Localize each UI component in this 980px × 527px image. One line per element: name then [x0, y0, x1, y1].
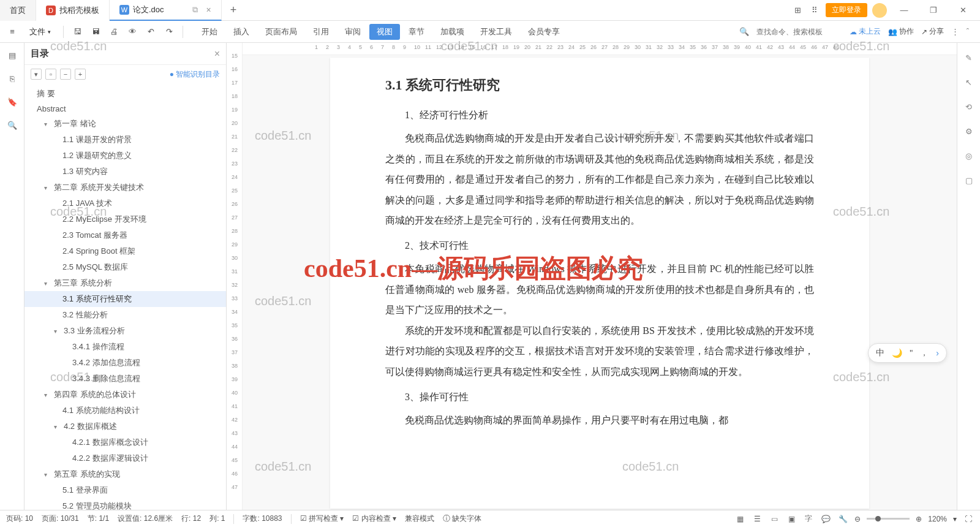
row[interactable]: 行: 12	[181, 514, 201, 524]
save-as-icon[interactable]: 🖬	[88, 25, 103, 39]
link-icon[interactable]: ⟲	[963, 100, 975, 113]
file-menu[interactable]: 文件 ▾	[23, 25, 57, 39]
collab-link[interactable]: 👥 协作	[888, 26, 914, 37]
minus-icon[interactable]: −	[60, 69, 71, 80]
new-tab-button[interactable]: +	[222, 4, 246, 17]
hamburger-icon[interactable]: ≡	[5, 25, 20, 39]
menu-tab-7[interactable]: 加载项	[433, 24, 472, 40]
view-read-icon[interactable]: ▣	[786, 514, 797, 525]
expand-icon[interactable]: ▾	[31, 69, 42, 80]
undo-icon[interactable]: ↶	[143, 25, 158, 39]
ime-lang[interactable]: 中	[876, 347, 884, 358]
outline-item[interactable]: 1.2 课题研究的意义	[24, 148, 226, 164]
words-icon[interactable]: 字	[803, 514, 814, 525]
tab-split-icon[interactable]: ⧉	[192, 5, 198, 15]
outline-item[interactable]: 2.5 MySQL 数据库	[24, 259, 226, 275]
outline-item[interactable]: 2.1 JAVA 技术	[24, 195, 226, 211]
tab-document[interactable]: W 论文.doc ⧉ ×	[110, 0, 222, 21]
page-count[interactable]: 页面: 10/31	[42, 514, 79, 524]
menu-tab-5[interactable]: 视图	[369, 24, 400, 40]
menu-tab-1[interactable]: 插入	[226, 24, 257, 40]
outline-item[interactable]: 3.4.2 添加信息流程	[24, 355, 226, 371]
target-icon[interactable]: ◎	[963, 150, 975, 162]
avatar[interactable]	[872, 3, 887, 18]
chevron-icon[interactable]: ˆ	[967, 27, 969, 36]
col[interactable]: 列: 1	[209, 514, 225, 524]
outline-item[interactable]: ▾第三章 系统分析	[24, 275, 226, 291]
set-value[interactable]: 设置值: 12.6厘米	[118, 514, 173, 524]
spell-check[interactable]: ☑ 拼写检查 ▾	[300, 514, 344, 524]
zoom-out[interactable]: ⊖	[854, 515, 861, 523]
outline-item[interactable]: 4.2.1 数据库概念设计	[24, 434, 226, 450]
close-icon[interactable]: ×	[214, 48, 220, 59]
outline-item[interactable]: ▾第五章 系统的实现	[24, 466, 226, 482]
login-button[interactable]: 立即登录	[826, 3, 867, 17]
menu-tab-4[interactable]: 审阅	[337, 24, 368, 40]
menu-tab-6[interactable]: 章节	[401, 24, 432, 40]
outline-item[interactable]: ▾第二章 系统开发关键技术	[24, 180, 226, 195]
page-number[interactable]: 页码: 10	[6, 514, 33, 524]
outline-item[interactable]: 2.2 MyEclipse 开发环境	[24, 211, 226, 227]
menu-tab-9[interactable]: 会员专享	[521, 24, 567, 40]
search-panel-icon[interactable]: 🔍	[6, 119, 18, 131]
save-icon[interactable]: 🖫	[70, 25, 85, 39]
page-icon[interactable]: ▢	[963, 174, 975, 186]
missing-font[interactable]: ⓘ 缺失字体	[443, 514, 481, 524]
cloud-link[interactable]: ☁ 未上云	[850, 26, 881, 37]
menu-tab-8[interactable]: 开发工具	[473, 24, 519, 40]
tab-home[interactable]: 首页	[0, 0, 36, 21]
outline-item[interactable]: Abstract	[24, 102, 226, 116]
outline-item[interactable]: 5.1 登录界面	[24, 482, 226, 498]
preview-icon[interactable]: 👁	[125, 25, 140, 39]
collapse-all-icon[interactable]: ▫	[45, 69, 56, 80]
outline-item[interactable]: 摘 要	[24, 86, 226, 102]
outline-item[interactable]: ▾第四章 系统的总体设计	[24, 387, 226, 403]
fullscreen-icon[interactable]: ⛶	[963, 514, 974, 525]
maximize-button[interactable]: ❐	[921, 2, 946, 19]
zoom-in[interactable]: ⊕	[916, 515, 922, 523]
comma-icon[interactable]: ，	[920, 347, 929, 358]
outline-item[interactable]: ▾3.3 业务流程分析	[24, 323, 226, 339]
settings-icon[interactable]: ⚙	[963, 125, 975, 137]
outline-item[interactable]: ▾第一章 绪论	[24, 116, 226, 132]
outline-item[interactable]: ▾4.2 数据库概述	[24, 419, 226, 434]
quote-icon[interactable]: "	[910, 348, 913, 358]
bookmark-icon[interactable]: 🔖	[6, 96, 18, 108]
outline-item[interactable]: 4.2.2 数据库逻辑设计	[24, 450, 226, 466]
view-web-icon[interactable]: ▭	[769, 514, 780, 525]
close-icon[interactable]: ×	[206, 5, 211, 15]
outline-item[interactable]: 2.4 Spring Boot 框架	[24, 243, 226, 259]
zoom-slider[interactable]	[867, 518, 910, 520]
wrench-icon[interactable]: 🔧	[837, 514, 848, 525]
more-icon[interactable]: ⋮	[951, 27, 959, 36]
zoom-value[interactable]: 120%	[928, 515, 947, 523]
outline-item[interactable]: 3.4.3 删除信息流程	[24, 371, 226, 387]
menu-tab-2[interactable]: 页面布局	[258, 24, 304, 40]
char-count[interactable]: 字数: 10883	[243, 514, 282, 524]
outline-icon[interactable]: ▤	[6, 49, 18, 61]
comment-icon[interactable]: 💬	[820, 514, 831, 525]
outline-item[interactable]: 3.2 性能分析	[24, 307, 226, 323]
apps-icon[interactable]: ⠿	[809, 4, 821, 17]
nav-icon[interactable]: ⎘	[6, 72, 18, 85]
section[interactable]: 节: 1/1	[88, 514, 109, 524]
outline-item[interactable]: 2.3 Tomcat 服务器	[24, 227, 226, 243]
share-link[interactable]: ↗ 分享	[921, 26, 944, 37]
compat-mode[interactable]: 兼容模式	[405, 514, 434, 524]
outline-item[interactable]: 3.4.1 操作流程	[24, 339, 226, 355]
chevron-right-icon[interactable]: ›	[936, 348, 939, 358]
layout-icon[interactable]: ⊞	[791, 4, 804, 17]
outline-item[interactable]: 4.1 系统功能结构设计	[24, 403, 226, 419]
menu-tab-3[interactable]: 引用	[306, 24, 336, 40]
view-page-icon[interactable]: ▦	[734, 514, 745, 525]
close-button[interactable]: ✕	[951, 2, 975, 19]
ime-pill[interactable]: 中 🌙 " ， ›	[868, 343, 947, 363]
search-input[interactable]	[756, 28, 842, 36]
plus-icon[interactable]: +	[75, 69, 86, 80]
pencil-icon[interactable]: ✎	[963, 51, 975, 64]
moon-icon[interactable]: 🌙	[892, 348, 902, 358]
outline-item[interactable]: 5.2 管理员功能模块	[24, 498, 226, 510]
view-outline-icon[interactable]: ☰	[752, 514, 763, 525]
content-check[interactable]: ☑ 内容检查 ▾	[352, 514, 396, 524]
menu-tab-0[interactable]: 开始	[194, 24, 225, 40]
